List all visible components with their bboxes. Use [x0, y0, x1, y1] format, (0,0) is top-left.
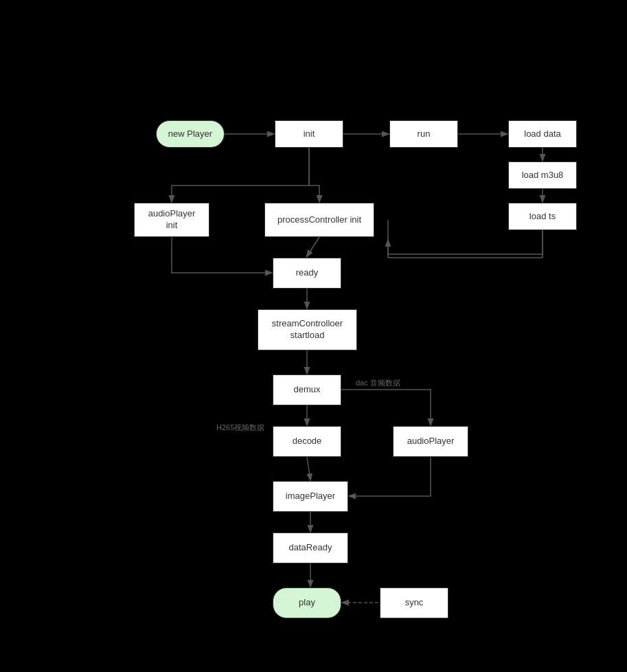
decode-label: decode — [293, 436, 322, 447]
image-player-label: imagePlayer — [286, 491, 335, 502]
decode-node: decode — [273, 426, 341, 457]
new-player-label: new Player — [168, 128, 212, 140]
process-controller-init-node: processController init — [264, 203, 374, 237]
init-node: init — [275, 120, 343, 148]
new-player-node: new Player — [156, 120, 225, 148]
stream-controller-startload-label: streamControlloer startload — [272, 318, 343, 341]
load-m3u8-node: load m3u8 — [508, 161, 577, 189]
load-ts-label: load ts — [529, 211, 556, 223]
audio-player-node: audioPlayer — [393, 426, 468, 457]
h265-video-data-label: H265视频数据 — [216, 423, 264, 433]
init-label: init — [304, 128, 315, 140]
svg-line-5 — [307, 237, 319, 256]
diagram: new Player init run load data load m3u8 … — [0, 0, 627, 672]
audio-player-label: audioPlayer — [407, 436, 455, 447]
stream-controller-startload-node: streamControlloer startload — [258, 309, 357, 350]
ready-node: ready — [273, 258, 341, 289]
audio-player-init-node: audioPlayer init — [134, 203, 209, 237]
load-data-node: load data — [508, 120, 577, 148]
sync-node: sync — [380, 587, 448, 618]
load-m3u8-label: load m3u8 — [522, 170, 564, 181]
ready-label: ready — [296, 267, 319, 279]
demux-node: demux — [273, 374, 341, 405]
load-ts-node: load ts — [508, 203, 577, 230]
audio-player-init-label: audioPlayer init — [148, 208, 196, 232]
run-node: run — [389, 120, 458, 148]
image-player-node: imagePlayer — [273, 481, 348, 512]
dac-audio-data-label: dac 音频数据 — [356, 378, 400, 388]
process-controller-init-label: processController init — [277, 214, 361, 226]
demux-label: demux — [293, 384, 320, 396]
sync-label: sync — [405, 597, 424, 609]
run-label: run — [418, 128, 431, 140]
load-data-label: load data — [524, 128, 561, 140]
play-label: play — [299, 597, 315, 609]
data-ready-label: dataReady — [289, 542, 332, 554]
data-ready-node: dataReady — [273, 533, 348, 563]
svg-line-9 — [307, 457, 310, 480]
play-node: play — [273, 587, 341, 618]
